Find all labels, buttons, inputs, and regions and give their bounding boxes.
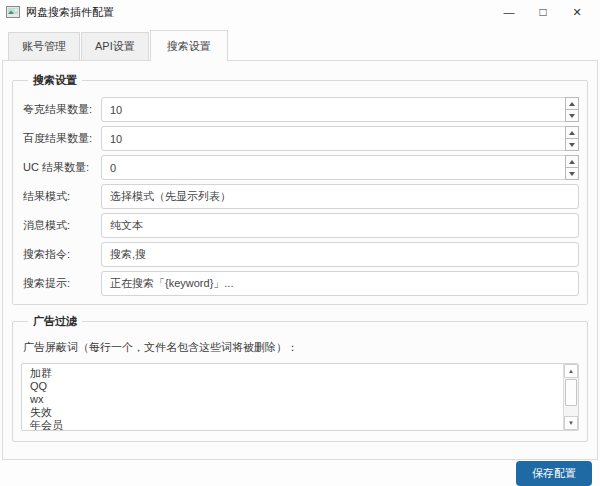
spin-up-button[interactable] [565, 97, 579, 110]
message-mode-input[interactable] [101, 213, 579, 238]
quark-count-spinner [565, 97, 579, 122]
blocked-words-description: 广告屏蔽词（每行一个，文件名包含这些词将被删除）： [23, 340, 579, 355]
blocked-words-box: 加群 QQ wx 失效 年会员 充值会员 ▲ ▼ [21, 363, 579, 431]
message-mode-value[interactable] [102, 220, 578, 232]
minimize-button[interactable]: — [492, 1, 526, 23]
baidu-count-input[interactable] [101, 126, 579, 151]
field-label: 夸克结果数量: [21, 102, 101, 117]
arrow-up-icon [569, 131, 575, 135]
result-mode-input[interactable] [101, 184, 579, 209]
app-icon [6, 5, 20, 19]
form-row-quark-count: 夸克结果数量: [21, 97, 579, 122]
window-controls: — □ ✕ [492, 1, 594, 23]
quark-count-input[interactable] [101, 97, 579, 122]
baidu-count-spinner [565, 126, 579, 151]
result-mode-value[interactable] [102, 191, 578, 203]
search-command-input[interactable] [101, 242, 579, 267]
field-label: 百度结果数量: [21, 131, 101, 146]
titlebar: 网盘搜索插件配置 — □ ✕ [0, 0, 600, 24]
uc-count-input[interactable] [101, 155, 579, 180]
save-config-button[interactable]: 保存配置 [516, 461, 592, 486]
arrow-up-icon [569, 102, 575, 106]
form-row-uc-count: UC 结果数量: [21, 155, 579, 180]
field-label: 消息模式: [21, 218, 101, 233]
field-label: 结果模式: [21, 189, 101, 204]
uc-count-spinner [565, 155, 579, 180]
form-row-baidu-count: 百度结果数量: [21, 126, 579, 151]
spin-down-button[interactable] [565, 168, 579, 180]
tab-api-settings[interactable]: API设置 [81, 32, 149, 60]
search-hint-input[interactable] [101, 271, 579, 296]
tab-account-management[interactable]: 账号管理 [8, 32, 80, 60]
search-hint-value[interactable] [102, 278, 578, 290]
tab-bar: 账号管理 API设置 搜索设置 [0, 30, 600, 60]
search-command-value[interactable] [102, 249, 578, 261]
uc-count-value[interactable] [102, 162, 578, 174]
group-title-ad-filter: 广告过滤 [28, 314, 82, 329]
arrow-down-icon [569, 143, 575, 147]
tab-search-settings[interactable]: 搜索设置 [150, 30, 228, 61]
arrow-down-icon [569, 114, 575, 118]
arrow-down-icon [569, 172, 575, 176]
form-row-result-mode: 结果模式: [21, 184, 579, 209]
maximize-button[interactable]: □ [526, 1, 560, 23]
scroll-up-button[interactable]: ▲ [564, 364, 578, 378]
spin-down-button[interactable] [565, 139, 579, 151]
form-row-search-hint: 搜索提示: [21, 271, 579, 296]
form-row-search-command: 搜索指令: [21, 242, 579, 267]
search-settings-group: 搜索设置 夸克结果数量: 百度结果数量: UC 结果数量 [12, 80, 588, 305]
baidu-count-value[interactable] [102, 133, 578, 145]
spin-up-button[interactable] [565, 126, 579, 139]
blocked-words-textarea[interactable]: 加群 QQ wx 失效 年会员 充值会员 [22, 364, 563, 430]
ad-filter-group: 广告过滤 广告屏蔽词（每行一个，文件名包含这些词将被删除）： 加群 QQ wx … [12, 321, 588, 442]
scrollbar-thumb[interactable] [565, 379, 577, 406]
group-title-search: 搜索设置 [28, 73, 82, 88]
window-title: 网盘搜索插件配置 [26, 5, 114, 20]
scroll-down-button[interactable]: ▼ [564, 416, 578, 430]
field-label: 搜索指令: [21, 247, 101, 262]
field-label: 搜索提示: [21, 276, 101, 291]
spin-up-button[interactable] [565, 155, 579, 168]
close-button[interactable]: ✕ [560, 1, 594, 23]
form-row-message-mode: 消息模式: [21, 213, 579, 238]
field-label: UC 结果数量: [21, 160, 101, 175]
quark-count-value[interactable] [102, 104, 578, 116]
vertical-scrollbar: ▲ ▼ [563, 364, 578, 430]
search-settings-page: 搜索设置 夸克结果数量: 百度结果数量: UC 结果数量 [2, 60, 598, 460]
arrow-up-icon [569, 160, 575, 164]
spin-down-button[interactable] [565, 110, 579, 122]
